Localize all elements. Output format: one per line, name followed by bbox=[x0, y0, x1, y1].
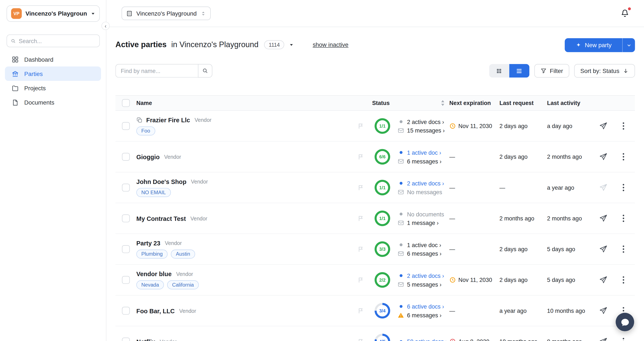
send-icon bbox=[599, 245, 607, 253]
column-header-last-activity[interactable]: Last activity bbox=[547, 100, 580, 106]
unfold-icon bbox=[200, 10, 206, 16]
active-docs-link[interactable]: 2 active docs › bbox=[398, 118, 445, 125]
show-inactive-link[interactable]: show inactive bbox=[312, 41, 348, 48]
flag-button[interactable] bbox=[357, 153, 364, 160]
row-checkbox[interactable] bbox=[122, 338, 130, 341]
notifications-bell-button[interactable] bbox=[620, 8, 630, 18]
messages-link[interactable]: 15 messages › bbox=[398, 127, 445, 134]
flag-button[interactable] bbox=[357, 246, 364, 253]
find-search-button[interactable] bbox=[198, 64, 212, 77]
row-checkbox[interactable] bbox=[122, 122, 130, 130]
party-name[interactable]: Party 23 bbox=[136, 240, 160, 247]
flag-button[interactable] bbox=[357, 215, 364, 222]
party-name[interactable]: Gioggio bbox=[136, 153, 160, 160]
title-dropdown-caret[interactable] bbox=[289, 42, 294, 47]
party-name[interactable]: Vendor blue bbox=[136, 271, 172, 278]
send-button[interactable] bbox=[599, 245, 607, 253]
send-button[interactable] bbox=[599, 214, 607, 222]
row-checkbox[interactable] bbox=[122, 184, 130, 192]
column-header-status[interactable]: Status bbox=[372, 100, 390, 106]
messages-link[interactable]: 1 message › bbox=[398, 219, 444, 226]
sidebar-item-documents[interactable]: Documents bbox=[5, 95, 101, 109]
send-button[interactable] bbox=[599, 337, 607, 341]
messages-link[interactable]: No messages bbox=[398, 189, 444, 195]
next-expiration-cell: — bbox=[449, 308, 455, 314]
table-row[interactable]: Gioggio Vendor 6/6 1 active doc › 6 mess… bbox=[115, 142, 635, 172]
row-menu-button[interactable] bbox=[620, 338, 626, 341]
party-name[interactable]: Netflix bbox=[136, 338, 155, 341]
select-all-checkbox[interactable] bbox=[122, 99, 130, 107]
row-checkbox[interactable] bbox=[122, 307, 130, 315]
row-checkbox[interactable] bbox=[122, 214, 130, 222]
flag-button[interactable] bbox=[357, 276, 364, 283]
send-button[interactable] bbox=[599, 276, 607, 284]
row-menu-button[interactable] bbox=[620, 245, 626, 253]
table-row[interactable]: John Doe's Shop Vendor NO EMAIL 1/1 2 ac… bbox=[115, 172, 635, 203]
sidebar-item-parties[interactable]: Parties bbox=[5, 67, 101, 81]
flag-button[interactable] bbox=[357, 122, 364, 129]
workspace-select[interactable]: Vincenzo's Playground bbox=[122, 6, 210, 20]
active-docs-link[interactable]: 6 active docs › bbox=[398, 303, 444, 310]
sidebar-item-projects[interactable]: Projects bbox=[5, 81, 101, 95]
active-docs-label: 2 active docs › bbox=[407, 272, 444, 279]
bell-icon bbox=[620, 8, 630, 18]
row-checkbox[interactable] bbox=[122, 276, 130, 284]
message-icon-wrap bbox=[398, 158, 404, 165]
send-button[interactable] bbox=[599, 307, 607, 315]
active-docs-link[interactable]: 1 active doc › bbox=[398, 149, 442, 156]
search-input[interactable] bbox=[19, 37, 96, 44]
find-by-name-input[interactable] bbox=[115, 64, 198, 77]
next-expiration-value: — bbox=[449, 246, 455, 253]
table-row[interactable]: My Contract Test Vendor 1/1 No documents… bbox=[115, 203, 635, 234]
list-view-button[interactable] bbox=[509, 64, 529, 77]
table-row[interactable]: Vendor blue Vendor NevadaCalifornia 2/2 … bbox=[115, 265, 635, 296]
send-button[interactable] bbox=[599, 153, 607, 161]
flag-button[interactable] bbox=[357, 338, 364, 341]
table-row[interactable]: Party 23 Vendor PlumbingAustin 3/3 1 act… bbox=[115, 234, 635, 265]
party-name[interactable]: Frazier Fire Llc bbox=[146, 116, 190, 124]
row-checkbox[interactable] bbox=[122, 153, 130, 161]
flag-button[interactable] bbox=[357, 184, 364, 191]
doc-status-dot-wrap bbox=[398, 118, 404, 125]
table-row[interactable]: Frazier Fire Llc Vendor Foo 1/1 2 active… bbox=[115, 111, 635, 141]
flag-button[interactable] bbox=[357, 307, 364, 314]
messages-link[interactable]: 6 messages › bbox=[398, 250, 442, 257]
column-header-next-expiration[interactable]: Next expiration bbox=[449, 100, 491, 106]
filter-button[interactable]: Filter bbox=[534, 64, 569, 77]
row-menu-button[interactable] bbox=[620, 184, 626, 191]
status-sort-button[interactable] bbox=[441, 100, 445, 106]
active-docs-link[interactable]: 59 active docs › bbox=[398, 338, 447, 341]
chat-launcher-button[interactable] bbox=[616, 313, 634, 332]
sort-button[interactable]: Sort by: Status bbox=[574, 64, 635, 77]
kebab-menu-icon bbox=[623, 276, 624, 284]
party-name[interactable]: Foo Bar, LLC bbox=[136, 307, 175, 314]
messages-link[interactable]: 6 messages › bbox=[398, 312, 444, 318]
row-menu-button[interactable] bbox=[620, 153, 626, 160]
doc-status-dot-wrap bbox=[398, 303, 404, 310]
row-menu-button[interactable] bbox=[620, 215, 626, 222]
row-checkbox[interactable] bbox=[122, 245, 130, 253]
row-menu-button[interactable] bbox=[620, 276, 626, 284]
active-docs-link[interactable]: 1 active doc › bbox=[398, 242, 442, 248]
row-menu-button[interactable] bbox=[620, 122, 626, 130]
active-docs-link[interactable]: No documents bbox=[398, 211, 444, 217]
new-party-dropdown-button[interactable] bbox=[623, 38, 635, 52]
grid-view-button[interactable] bbox=[489, 64, 509, 77]
column-header-last-request[interactable]: Last request bbox=[500, 100, 534, 106]
messages-link[interactable]: 6 messages › bbox=[398, 158, 442, 165]
messages-link[interactable]: 5 messages › bbox=[398, 281, 444, 288]
doc-status-dot-wrap bbox=[398, 180, 404, 187]
table-row[interactable]: Foo Bar, LLC Vendor 3/4 6 active docs › … bbox=[115, 296, 635, 326]
workspace-switcher[interactable]: VP Vincenzo's Playground bbox=[6, 5, 100, 22]
sidebar-collapse-button[interactable]: ‹ bbox=[102, 22, 110, 30]
party-name[interactable]: My Contract Test bbox=[136, 215, 186, 222]
new-party-button[interactable]: New party bbox=[565, 38, 635, 52]
active-docs-link[interactable]: 2 active docs › bbox=[398, 180, 444, 187]
send-button[interactable] bbox=[599, 184, 607, 192]
send-button[interactable] bbox=[599, 122, 607, 130]
party-name[interactable]: John Doe's Shop bbox=[136, 178, 186, 185]
sidebar-item-dashboard[interactable]: Dashboard bbox=[5, 52, 101, 66]
column-header-name[interactable]: Name bbox=[136, 100, 152, 106]
active-docs-link[interactable]: 2 active docs › bbox=[398, 272, 444, 279]
table-row[interactable]: Netflix Vendor 4/5 59 active docs › Aug … bbox=[115, 326, 635, 341]
